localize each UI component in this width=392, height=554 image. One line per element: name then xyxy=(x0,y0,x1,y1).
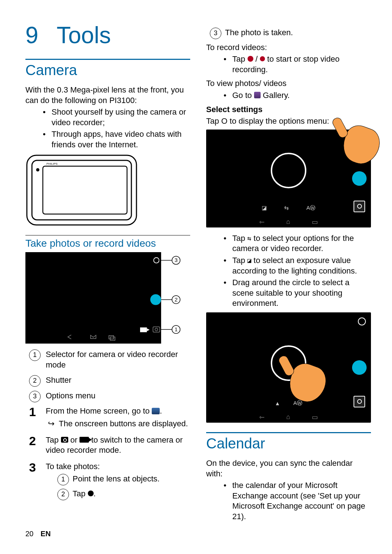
svg-rect-2 xyxy=(43,166,127,214)
record-head: To record videos: xyxy=(206,42,371,53)
callout-legend: 1Selector for camera or video recorder m… xyxy=(25,349,190,401)
step-2-a: Tap xyxy=(46,435,61,444)
android-navbar-icons-2: ⇽⌂▭ xyxy=(206,412,371,423)
chapter-number: 9 xyxy=(25,22,57,49)
divider-top xyxy=(25,59,190,60)
callout-2: 2Shutter xyxy=(29,375,190,386)
page-footer: 20 EN xyxy=(25,530,51,538)
calendar-bullets: the calendar of your Microsoft Exchange … xyxy=(206,480,371,522)
callout-2-text: Shutter xyxy=(46,376,72,385)
manual-page: 9Tools Camera With the 0.3 Mega-pixel le… xyxy=(0,0,392,554)
step-3-2-b: . xyxy=(94,489,96,498)
opt-bullet-sliders: Tap ⇆ to select your options for the cam… xyxy=(224,233,371,254)
right-column: 3The photo is taken. To record videos: T… xyxy=(206,22,371,539)
svg-text:3: 3 xyxy=(175,257,177,263)
device-brand-label: PHILIPS xyxy=(46,162,58,165)
camera-intro: With the 0.3 Mega-pixel lens at the fron… xyxy=(25,85,190,106)
camera-app-icon xyxy=(152,408,160,414)
options-ring-icon-2 xyxy=(358,317,366,325)
shutter-button-icon-2 xyxy=(352,360,367,375)
shutter-button-icon xyxy=(352,171,367,186)
step-3: 3 To take photos: 1Point the lens at obj… xyxy=(29,461,190,499)
record-dot-icon xyxy=(248,56,253,62)
view-head: To view photos/ videos xyxy=(206,78,371,89)
step-2-b: or xyxy=(68,435,80,444)
svg-rect-7 xyxy=(140,327,147,332)
hand-drag-icon xyxy=(279,357,326,404)
step-1-text-a-tail: . xyxy=(160,406,162,415)
camera-thumbnail-icon-2 xyxy=(354,396,365,407)
options-bullets: Tap ⇆ to select your options for the cam… xyxy=(206,233,371,309)
hand-pointer-icon xyxy=(332,119,380,166)
callout-1: 1Selector for camera or video recorder m… xyxy=(29,349,190,370)
opt-bullet-scene: Drag around the circle to select a scene… xyxy=(224,278,371,309)
shutter-dot-icon xyxy=(88,491,94,496)
step-1-text-a: From the Home screen, go to xyxy=(46,406,152,415)
options-menu-figure: ◪ ⇆ AⓌ ⇽⌂▭ xyxy=(206,130,371,227)
view-bullet: Go to Gallery. xyxy=(224,90,371,101)
calendar-bullet-1: the calendar of your Microsoft Exchange … xyxy=(224,480,371,522)
control-row-icons: ◪ ⇆ AⓌ xyxy=(262,205,315,212)
subsection-take-photos: Take photos or record videos xyxy=(25,238,190,249)
sliders-mini-icon: ⇆ xyxy=(284,205,289,211)
step-3-1-text: Point the lens at objects. xyxy=(73,474,160,483)
video-mode-icon xyxy=(79,437,89,443)
camera-intro-bullets: Shoot yourself by using the camera or vi… xyxy=(25,107,190,150)
page-number: 20 xyxy=(25,530,33,538)
step-1: 1 From the Home screen, go to . The onsc… xyxy=(29,406,190,429)
scene-drag-figure: ▲AⓌ ⇽⌂▭ xyxy=(206,312,371,423)
exposure-icon: ◪ xyxy=(248,256,252,264)
svg-point-3 xyxy=(36,168,40,171)
step-3-3: 3The photo is taken. xyxy=(210,28,371,38)
camera-thumbnail-icon xyxy=(354,201,365,212)
scene-mini-icon: AⓌ xyxy=(306,205,315,212)
chapter-heading: 9Tools xyxy=(25,22,190,49)
divider-calendar xyxy=(206,432,371,433)
sliders-icon: ⇆ xyxy=(248,234,252,242)
callout-3-text: Options menu xyxy=(46,391,95,400)
svg-text:2: 2 xyxy=(175,296,177,302)
view-bullets: Go to Gallery. xyxy=(206,90,371,101)
device-illustration: PHILIPS xyxy=(25,154,138,226)
svg-rect-1 xyxy=(32,160,131,220)
calendar-intro: On the device, you can sync the calendar… xyxy=(206,458,371,479)
select-settings-head: Select settings xyxy=(206,104,371,115)
callout-3: 3Options menu xyxy=(29,391,190,401)
steps-list: 1 From the Home screen, go to . The onsc… xyxy=(25,406,190,499)
record-bullet: Tap / to start or stop video recording. xyxy=(224,54,371,75)
exposure-mini-icon: ◪ xyxy=(262,205,267,211)
callout-1-text: Selector for camera or video recorder mo… xyxy=(46,350,178,369)
svg-text:1: 1 xyxy=(175,326,177,332)
opt-a1: Tap xyxy=(232,234,248,243)
gallery-icon xyxy=(254,92,261,98)
step-3-2: 2Tap . xyxy=(57,489,190,499)
android-navbar-icons: ⇽⌂▭ xyxy=(206,217,371,227)
step-1-result: The onscreen buttons are displayed. xyxy=(46,419,190,429)
view-b: Gallery. xyxy=(261,91,290,100)
record-dot-small-icon xyxy=(260,56,265,61)
svg-point-11 xyxy=(150,294,161,305)
step-2: 2 Tap or to switch to the camera or vide… xyxy=(29,435,190,456)
shutter-ring-icon xyxy=(271,153,306,188)
record-a: Tap xyxy=(232,54,248,63)
camera-callout-figure: 1 2 3 xyxy=(25,252,181,345)
step-3-1: 1Point the lens at objects. xyxy=(57,474,190,484)
step-3-3-text: The photo is taken. xyxy=(225,28,293,37)
opt-bullet-exposure: Tap ◪ to select an exposure value accord… xyxy=(224,255,371,276)
section-calendar: Calendar xyxy=(206,435,371,452)
record-bullets: Tap / to start or stop video recording. xyxy=(206,54,371,75)
left-column: 9Tools Camera With the 0.3 Mega-pixel le… xyxy=(25,22,190,539)
step-3-head: To take photos: xyxy=(46,462,100,471)
intro-bullet-1: Shoot yourself by using the camera or vi… xyxy=(43,107,190,128)
opt-b1: Tap xyxy=(232,256,248,265)
intro-bullet-2: Through apps, have video chats with frie… xyxy=(43,129,190,150)
record-b: / xyxy=(253,54,260,63)
camera-mode-icon xyxy=(61,437,68,443)
page-lang: EN xyxy=(41,530,51,538)
chapter-title: Tools xyxy=(57,22,111,48)
section-camera: Camera xyxy=(25,62,190,78)
step-3-2-a: Tap xyxy=(73,489,88,498)
view-a: Go to xyxy=(232,91,254,100)
divider-sub xyxy=(25,235,190,235)
step-3-3-wrap: 3The photo is taken. xyxy=(206,28,371,38)
